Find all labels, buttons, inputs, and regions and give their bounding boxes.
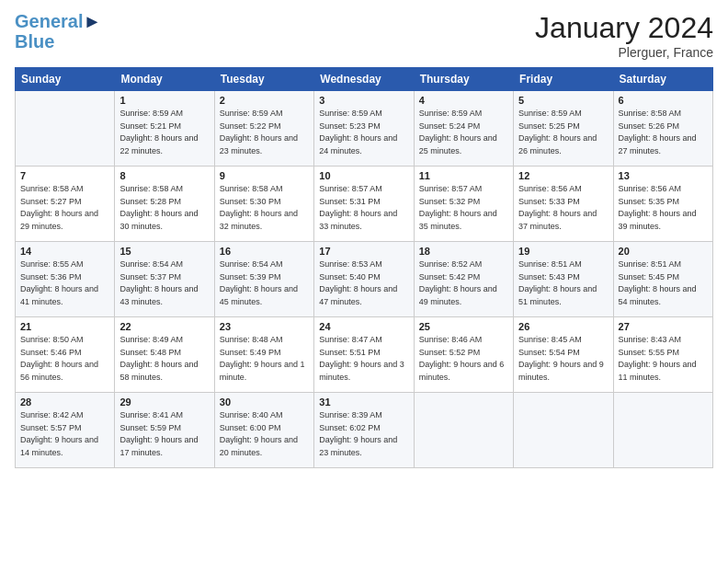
day-info: Sunrise: 8:57 AMSunset: 5:31 PMDaylight:…	[319, 183, 408, 233]
day-info: Sunrise: 8:55 AMSunset: 5:36 PMDaylight:…	[20, 259, 109, 308]
calendar-week-row: 21Sunrise: 8:50 AMSunset: 5:46 PMDayligh…	[16, 317, 713, 393]
day-number: 20	[619, 246, 708, 257]
day-info: Sunrise: 8:47 AMSunset: 5:51 PMDaylight:…	[319, 334, 408, 384]
day-info: Sunrise: 8:58 AMSunset: 5:27 PMDaylight:…	[20, 183, 109, 233]
weekday-header: Tuesday	[214, 68, 313, 91]
day-number: 12	[518, 170, 608, 181]
day-info: Sunrise: 8:53 AMSunset: 5:40 PMDaylight:…	[319, 259, 408, 308]
day-number: 13	[619, 170, 708, 181]
day-number: 22	[119, 321, 209, 332]
calendar-day-cell: 19Sunrise: 8:51 AMSunset: 5:43 PMDayligh…	[514, 242, 613, 317]
day-number: 30	[220, 396, 309, 408]
day-info: Sunrise: 8:57 AMSunset: 5:32 PMDaylight:…	[419, 183, 508, 233]
day-info: Sunrise: 8:51 AMSunset: 5:43 PMDaylight:…	[518, 259, 608, 308]
title-block: January 2024 Plerguer, France	[535, 11, 713, 60]
weekday-header: Wednesday	[314, 68, 414, 91]
day-info: Sunrise: 8:58 AMSunset: 5:28 PMDaylight:…	[119, 183, 209, 233]
day-info: Sunrise: 8:59 AMSunset: 5:22 PMDaylight:…	[220, 108, 309, 157]
page: General► Blue January 2024 Plerguer, Fra…	[0, 0, 728, 563]
day-number: 16	[220, 246, 309, 257]
logo-text: General►	[15, 11, 101, 31]
logo-general: General	[15, 11, 83, 31]
calendar-day-cell	[613, 393, 712, 468]
day-info: Sunrise: 8:56 AMSunset: 5:35 PMDaylight:…	[619, 183, 708, 233]
day-number: 10	[319, 170, 408, 181]
day-info: Sunrise: 8:50 AMSunset: 5:46 PMDaylight:…	[20, 334, 109, 384]
day-number: 24	[319, 321, 408, 332]
day-number: 15	[119, 246, 209, 257]
calendar-day-cell: 9Sunrise: 8:58 AMSunset: 5:30 PMDaylight…	[214, 167, 313, 242]
calendar-day-cell: 5Sunrise: 8:59 AMSunset: 5:25 PMDaylight…	[514, 91, 613, 167]
day-number: 7	[20, 170, 109, 181]
calendar-day-cell	[414, 393, 513, 468]
calendar-day-cell: 3Sunrise: 8:59 AMSunset: 5:23 PMDaylight…	[314, 91, 414, 167]
calendar-day-cell: 13Sunrise: 8:56 AMSunset: 5:35 PMDayligh…	[613, 167, 712, 242]
day-number: 5	[518, 95, 608, 106]
calendar-day-cell: 6Sunrise: 8:58 AMSunset: 5:26 PMDaylight…	[613, 91, 712, 167]
weekday-header: Saturday	[613, 68, 712, 91]
day-info: Sunrise: 8:59 AMSunset: 5:23 PMDaylight:…	[319, 108, 408, 157]
day-info: Sunrise: 8:49 AMSunset: 5:48 PMDaylight:…	[119, 334, 209, 384]
calendar-day-cell: 21Sunrise: 8:50 AMSunset: 5:46 PMDayligh…	[16, 317, 115, 393]
weekday-header: Thursday	[414, 68, 513, 91]
day-number: 23	[220, 321, 309, 332]
day-number: 1	[119, 95, 209, 106]
calendar-day-cell: 24Sunrise: 8:47 AMSunset: 5:51 PMDayligh…	[314, 317, 414, 393]
day-number: 8	[119, 170, 209, 181]
day-number: 9	[220, 170, 309, 181]
calendar-day-cell: 30Sunrise: 8:40 AMSunset: 6:00 PMDayligh…	[214, 393, 313, 468]
calendar-day-cell: 11Sunrise: 8:57 AMSunset: 5:32 PMDayligh…	[414, 167, 513, 242]
weekday-header: Monday	[115, 68, 214, 91]
day-info: Sunrise: 8:54 AMSunset: 5:39 PMDaylight:…	[220, 259, 309, 308]
day-info: Sunrise: 8:46 AMSunset: 5:52 PMDaylight:…	[419, 334, 508, 384]
calendar-day-cell: 4Sunrise: 8:59 AMSunset: 5:24 PMDaylight…	[414, 91, 513, 167]
logo: General► Blue	[15, 11, 101, 52]
day-info: Sunrise: 8:43 AMSunset: 5:55 PMDaylight:…	[619, 334, 708, 384]
day-info: Sunrise: 8:59 AMSunset: 5:25 PMDaylight:…	[518, 108, 608, 157]
calendar-day-cell: 26Sunrise: 8:45 AMSunset: 5:54 PMDayligh…	[514, 317, 613, 393]
calendar-day-cell: 2Sunrise: 8:59 AMSunset: 5:22 PMDaylight…	[214, 91, 313, 167]
calendar-day-cell: 18Sunrise: 8:52 AMSunset: 5:42 PMDayligh…	[414, 242, 513, 317]
day-number: 3	[319, 95, 408, 106]
calendar-day-cell: 29Sunrise: 8:41 AMSunset: 5:59 PMDayligh…	[115, 393, 214, 468]
calendar-day-cell: 25Sunrise: 8:46 AMSunset: 5:52 PMDayligh…	[414, 317, 513, 393]
calendar-day-cell: 22Sunrise: 8:49 AMSunset: 5:48 PMDayligh…	[115, 317, 214, 393]
calendar-day-cell: 17Sunrise: 8:53 AMSunset: 5:40 PMDayligh…	[314, 242, 414, 317]
day-info: Sunrise: 8:45 AMSunset: 5:54 PMDaylight:…	[518, 334, 608, 384]
day-info: Sunrise: 8:56 AMSunset: 5:33 PMDaylight:…	[518, 183, 608, 233]
day-number: 31	[319, 396, 408, 408]
day-info: Sunrise: 8:51 AMSunset: 5:45 PMDaylight:…	[619, 259, 708, 308]
day-info: Sunrise: 8:58 AMSunset: 5:26 PMDaylight:…	[619, 108, 708, 157]
day-number: 18	[419, 246, 508, 257]
day-number: 17	[319, 246, 408, 257]
day-number: 11	[419, 170, 508, 181]
day-number: 14	[20, 246, 109, 257]
calendar-table: SundayMondayTuesdayWednesdayThursdayFrid…	[15, 67, 713, 468]
calendar-day-cell: 15Sunrise: 8:54 AMSunset: 5:37 PMDayligh…	[115, 242, 214, 317]
day-info: Sunrise: 8:54 AMSunset: 5:37 PMDaylight:…	[119, 259, 209, 308]
calendar-day-cell: 20Sunrise: 8:51 AMSunset: 5:45 PMDayligh…	[613, 242, 712, 317]
day-number: 19	[518, 246, 608, 257]
calendar-week-row: 1Sunrise: 8:59 AMSunset: 5:21 PMDaylight…	[16, 91, 713, 167]
day-info: Sunrise: 8:59 AMSunset: 5:21 PMDaylight:…	[119, 108, 209, 157]
weekday-header: Friday	[514, 68, 613, 91]
location: Plerguer, France	[535, 45, 713, 60]
day-number: 26	[518, 321, 608, 332]
calendar-day-cell	[514, 393, 613, 468]
calendar-day-cell: 1Sunrise: 8:59 AMSunset: 5:21 PMDaylight…	[115, 91, 214, 167]
weekday-header: Sunday	[16, 68, 115, 91]
calendar-day-cell: 27Sunrise: 8:43 AMSunset: 5:55 PMDayligh…	[613, 317, 712, 393]
day-number: 4	[419, 95, 508, 106]
calendar-day-cell: 23Sunrise: 8:48 AMSunset: 5:49 PMDayligh…	[214, 317, 313, 393]
header: General► Blue January 2024 Plerguer, Fra…	[15, 11, 713, 60]
calendar-day-cell: 14Sunrise: 8:55 AMSunset: 5:36 PMDayligh…	[16, 242, 115, 317]
logo-blue: Blue	[15, 31, 101, 52]
calendar-day-cell: 16Sunrise: 8:54 AMSunset: 5:39 PMDayligh…	[214, 242, 313, 317]
day-number: 29	[119, 396, 209, 408]
calendar-day-cell: 10Sunrise: 8:57 AMSunset: 5:31 PMDayligh…	[314, 167, 414, 242]
day-number: 6	[619, 95, 708, 106]
calendar-day-cell	[16, 91, 115, 167]
month-title: January 2024	[535, 11, 713, 45]
calendar-week-row: 7Sunrise: 8:58 AMSunset: 5:27 PMDaylight…	[16, 167, 713, 242]
calendar-day-cell: 28Sunrise: 8:42 AMSunset: 5:57 PMDayligh…	[16, 393, 115, 468]
